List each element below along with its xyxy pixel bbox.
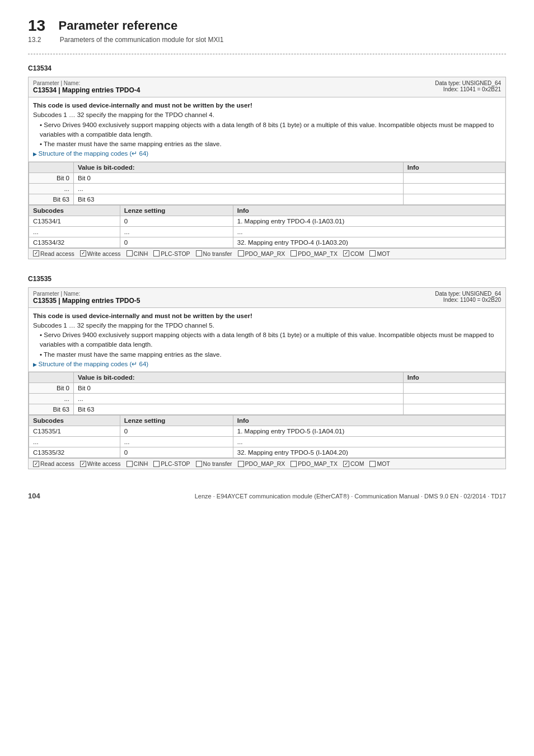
footer2-com: COM <box>343 460 364 467</box>
param-description-c13535: This code is used device-internally and … <box>29 308 505 372</box>
table-row: Bit 63 Bit 63 <box>29 194 505 204</box>
bit-col-header-1b: Value is bit-coded: <box>74 372 404 383</box>
checkbox2-no-transfer <box>196 461 202 467</box>
footer-com: COM <box>343 250 364 257</box>
param-block-c13534: Parameter | Name: C13534 | Mapping entri… <box>28 77 506 259</box>
footer2-pdo-map-rx: PDO_MAP_RX <box>238 460 285 467</box>
bit-col-header-1: Value is bit-coded: <box>74 162 404 172</box>
footer-cinh: CINH <box>127 250 148 257</box>
subcodes-table-c13534: Subcodes Lenze setting Info C13534/1 0 1… <box>29 205 505 248</box>
footer-mot: MOT <box>369 250 390 257</box>
checkbox-pdo-map-tx <box>291 250 297 256</box>
param-name-value: C13534 | Mapping entries TPDO-4 <box>33 86 140 94</box>
param-name-block: Parameter | Name: C13534 | Mapping entri… <box>33 80 140 94</box>
bit-col-header-0b <box>29 372 74 383</box>
param-label: Parameter | Name: <box>33 80 140 86</box>
param-name-block-2: Parameter | Name: C13535 | Mapping entri… <box>33 291 140 305</box>
param-header-c13535: Parameter | Name: C13535 | Mapping entri… <box>29 288 505 308</box>
desc-line2: Subcodes 1 … 32 specify the mapping for … <box>33 110 501 120</box>
structure-link-c13534[interactable]: Structure of the mapping codes (↵ 64) <box>33 150 148 157</box>
footer-row-c13534: Read access Write access CINH PLC-STOP N… <box>29 248 505 259</box>
page-footer: 104 Lenze · E94AYCET communication modul… <box>28 492 506 500</box>
structure-link-c13535[interactable]: Structure of the mapping codes (↵ 64) <box>33 361 148 367</box>
sub-col-header-1b: Lenze setting <box>120 416 233 426</box>
param-data-type: Data type: UNSIGNED_64 Index: 11041 = 0x… <box>435 80 501 92</box>
checkbox2-read-access <box>33 461 39 467</box>
param-block-c13535: Parameter | Name: C13535 | Mapping entri… <box>28 287 506 470</box>
checkbox2-pdo-map-rx <box>238 461 244 467</box>
desc-bullet2-2: • The master must have the same mapping … <box>33 350 501 360</box>
checkbox2-pdo-map-tx <box>291 461 297 467</box>
checkbox-read-access <box>33 250 39 256</box>
desc-bullet1: • Servo Drives 9400 exclusively support … <box>33 120 501 140</box>
checkbox-mot <box>369 250 376 256</box>
table-row: ... ... ... <box>29 226 505 237</box>
sub-col-header-2: Info <box>233 205 505 216</box>
table-row: Bit 0 Bit 0 <box>29 172 505 183</box>
param-data-type-2: Data type: UNSIGNED_64 Index: 11040 = 0x… <box>435 291 501 303</box>
param-header-c13534: Parameter | Name: C13534 | Mapping entri… <box>29 77 505 97</box>
footer-read-access: Read access <box>33 250 74 257</box>
param-name-value-2: C13535 | Mapping entries TPDO-5 <box>33 297 140 305</box>
sub-col-header-0b: Subcodes <box>29 416 120 426</box>
bit-table-c13534: Value is bit-coded: Info Bit 0 Bit 0 ...… <box>29 162 505 205</box>
checkbox2-mot <box>369 461 376 467</box>
chapter-number: 13 <box>28 17 45 35</box>
footer2-cinh: CINH <box>127 460 148 467</box>
section-label-c13534: C13534 <box>28 64 506 72</box>
checkbox-plc-stop <box>153 250 160 256</box>
desc-bullet2: • The master must have the same mapping … <box>33 139 501 149</box>
footer2-read-access: Read access <box>33 460 74 467</box>
table-row: C13535/1 0 1. Mapping entry TPDO-5 (I-1A… <box>29 426 505 437</box>
subchapter-num: 13.2 <box>28 36 41 44</box>
desc-line2-2: Subcodes 1 … 32 specify the mapping for … <box>33 321 501 330</box>
section-label-c13535: C13535 <box>28 275 506 283</box>
footer2-mot: MOT <box>369 460 390 467</box>
checkbox-no-transfer <box>196 250 202 256</box>
sub-col-header-2b: Info <box>233 416 505 426</box>
footer-row-c13535: Read access Write access CINH PLC-STOP N… <box>29 458 505 469</box>
table-row: Bit 0 Bit 0 <box>29 383 505 394</box>
param-description-c13534: This code is used device-internally and … <box>29 97 505 162</box>
bit-col-header-0 <box>29 162 74 172</box>
sub-col-header-0: Subcodes <box>29 205 120 216</box>
table-row: ... ... <box>29 183 505 194</box>
sub-col-header-1: Lenze setting <box>120 205 233 216</box>
footer-plc-stop: PLC-STOP <box>153 250 190 257</box>
checkbox-com <box>343 250 349 256</box>
bit-table-c13535: Value is bit-coded: Info Bit 0 Bit 0 ...… <box>29 372 505 415</box>
desc-bullet1-2: • Servo Drives 9400 exclusively support … <box>33 330 501 350</box>
chapter-title: Parameter reference <box>59 18 178 33</box>
checkbox2-write-access <box>80 461 86 467</box>
bit-col-header-2: Info <box>403 162 505 172</box>
footer-write-access: Write access <box>80 250 121 257</box>
subchapter: 13.2 Parameters of the communication mod… <box>28 36 506 44</box>
footer2-plc-stop: PLC-STOP <box>153 460 190 467</box>
footer-text: Lenze · E94AYCET communication module (E… <box>195 493 506 500</box>
table-row: ... ... <box>29 394 505 404</box>
table-row: Bit 63 Bit 63 <box>29 404 505 415</box>
footer2-pdo-map-tx: PDO_MAP_TX <box>291 460 338 467</box>
table-row: ... ... ... <box>29 437 505 447</box>
subcodes-table-c13535: Subcodes Lenze setting Info C13535/1 0 1… <box>29 415 505 458</box>
footer-no-transfer: No transfer <box>196 250 232 257</box>
desc-bold: This code is used device-internally and … <box>33 101 501 110</box>
footer-pdo-map-rx: PDO_MAP_RX <box>238 250 285 257</box>
page-number: 104 <box>28 492 40 500</box>
footer2-write-access: Write access <box>80 460 121 467</box>
bit-col-header-2b: Info <box>403 372 505 383</box>
divider <box>28 54 506 54</box>
footer2-no-transfer: No transfer <box>196 460 232 467</box>
param-label-2: Parameter | Name: <box>33 291 140 297</box>
table-row: C13534/32 0 32. Mapping entry TPDO-4 (I-… <box>29 237 505 248</box>
checkbox2-com <box>343 461 349 467</box>
table-row: C13534/1 0 1. Mapping entry TPDO-4 (I-1A… <box>29 216 505 226</box>
checkbox-write-access <box>80 250 86 256</box>
desc-link-2[interactable]: Structure of the mapping codes (↵ 64) <box>33 360 501 369</box>
page-header: 13 Parameter reference 13.2 Parameters o… <box>28 17 506 44</box>
desc-link[interactable]: Structure of the mapping codes (↵ 64) <box>33 149 501 158</box>
desc-bold-2: This code is used device-internally and … <box>33 311 501 321</box>
checkbox-cinh <box>127 250 133 256</box>
subchapter-title: Parameters of the communication module f… <box>60 36 224 44</box>
checkbox2-plc-stop <box>153 461 160 467</box>
